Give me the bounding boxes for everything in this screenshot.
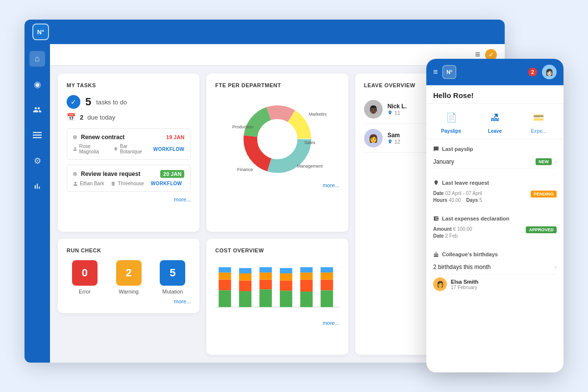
- calendar-icon: 📅: [67, 113, 76, 122]
- sidebar-item-settings[interactable]: ⚙: [29, 153, 45, 169]
- fte-donut-chart: Marketing Sales Management Finance Produ…: [228, 95, 326, 176]
- mobile-hamburger-icon[interactable]: ≡: [433, 68, 438, 76]
- sidebar-item-people[interactable]: [29, 102, 45, 118]
- cost-more-link[interactable]: more...: [215, 320, 339, 326]
- chevron-right-icon: ›: [555, 264, 557, 270]
- mobile-user-avatar[interactable]: 👩🏻: [542, 65, 557, 79]
- payslips-label: Payslips: [441, 128, 461, 134]
- leave-label: Leave: [488, 128, 502, 134]
- svg-rect-18: [239, 280, 251, 291]
- tasks-more-link[interactable]: more...: [67, 196, 191, 202]
- birthdays-count: 2 birthdays this month: [433, 264, 490, 270]
- svg-rect-28: [280, 268, 292, 273]
- mobile-quick-leave[interactable]: 🏖 Leave: [473, 109, 516, 134]
- check-circle-icon: ✓: [67, 95, 80, 109]
- payslip-month: January: [433, 158, 454, 165]
- fte-label-marketing: Marketing: [309, 112, 326, 117]
- svg-rect-0: [33, 132, 42, 133]
- mobile-payslip-item[interactable]: January NEW ›: [433, 155, 557, 169]
- svg-rect-32: [300, 267, 313, 272]
- svg-rect-21: [260, 289, 272, 307]
- svg-rect-16: [219, 267, 231, 272]
- due-today: 📅 2 due today: [67, 113, 191, 122]
- svg-rect-19: [239, 273, 251, 280]
- due-count: 2: [80, 114, 83, 121]
- mobile-app: ≡ N° 2 👩🏻 Hello Rose! 📄 Payslips 🏖 Leave…: [426, 59, 564, 372]
- birthday-date: 17 February: [451, 285, 478, 290]
- task-dot: [73, 172, 77, 176]
- workflow-badge: WORKFLOW: [153, 147, 185, 152]
- pending-badge: PENDING: [531, 191, 557, 197]
- fte-label-finance: Finance: [237, 167, 253, 172]
- run-check-mutation: 5 Mutation: [160, 260, 185, 294]
- run-check-more-link[interactable]: more...: [67, 298, 191, 304]
- my-tasks-title: MY TASKS: [67, 82, 191, 88]
- task-date: 20 JAN: [160, 170, 184, 178]
- title-bar: N°: [24, 20, 505, 44]
- task-company: Threehouse: [111, 181, 144, 186]
- fte-label-sales: Sales: [304, 140, 316, 145]
- birthday-avatar: 👩: [433, 277, 447, 291]
- task-person: Ethan Bark: [73, 181, 104, 186]
- fte-label-production: Production: [232, 124, 253, 129]
- fte-title: FTE PER DEPARTMENT: [215, 82, 339, 88]
- my-tasks-card: MY TASKS ✓ 5 tasks to do 📅 2 due today: [58, 74, 199, 232]
- leave-date-value: 03 April - 07 April: [445, 191, 482, 196]
- cost-bar-chart: [215, 260, 339, 314]
- leave-days-value: 5: [479, 197, 482, 203]
- svg-rect-36: [321, 267, 333, 272]
- mobile-birthdays-title: Colleague's birthdays: [433, 248, 557, 260]
- mutation-badge: 5: [160, 260, 185, 286]
- birthday-person-item: 👩 Elsa Smith 17 February: [433, 274, 557, 294]
- sidebar-item-list[interactable]: [29, 127, 45, 143]
- svg-rect-20: [239, 268, 251, 273]
- sidebar: ⌂ ◉ ⚙: [24, 44, 50, 363]
- leave-avatar-2: 👩: [364, 129, 383, 147]
- svg-rect-14: [219, 279, 231, 290]
- task-item[interactable]: Review leave request 20 JAN Ethan Bark: [67, 165, 191, 192]
- cost-title: COST OVERVIEW: [215, 247, 339, 253]
- svg-rect-13: [219, 290, 231, 307]
- mobile-birthdays-count-item[interactable]: 2 birthdays this month ›: [433, 260, 557, 274]
- mobile-expenses-title: Last expenses declaration: [433, 213, 557, 224]
- svg-rect-27: [280, 273, 292, 280]
- mobile-header: ≡ N° 2 👩🏻: [426, 59, 564, 85]
- sidebar-item-home[interactable]: ⌂: [29, 51, 45, 67]
- cost-card: COST OVERVIEW: [206, 239, 348, 355]
- mobile-payslip-title: Last payslip: [433, 143, 557, 155]
- run-check-error: 0 Error: [72, 260, 98, 294]
- run-check-items: 0 Error 2 Warning 5 Mutation: [67, 260, 191, 294]
- birthday-name: Elsa Smith: [451, 279, 478, 285]
- task-person: Rose Magnolia: [73, 144, 107, 154]
- expenses-date-value: 2 Feb: [445, 233, 458, 239]
- hamburger-icon[interactable]: ≡: [475, 49, 480, 60]
- run-check-card: RUN CHECK 0 Error 2 Warning 5: [58, 239, 199, 313]
- fte-more-link[interactable]: more...: [215, 182, 339, 188]
- payslips-icon: 📄: [442, 109, 460, 126]
- task-dot: [73, 135, 77, 139]
- svg-rect-22: [260, 279, 272, 289]
- due-label: due today: [87, 114, 115, 121]
- mobile-quick-actions: 📄 Payslips 🏖 Leave 💳 Expe...: [426, 104, 564, 139]
- sidebar-item-compass[interactable]: ◉: [29, 76, 45, 92]
- svg-rect-25: [280, 291, 292, 307]
- svg-rect-17: [239, 291, 251, 307]
- leave-icon: 🏖: [486, 109, 504, 126]
- svg-rect-1: [33, 135, 42, 136]
- task-name: Review leave request: [81, 171, 160, 177]
- mobile-quick-expenses[interactable]: 💳 Expe...: [517, 109, 561, 134]
- sidebar-item-chart[interactable]: [29, 178, 45, 194]
- svg-point-8: [258, 120, 297, 159]
- expenses-amount-value: € 100,00: [453, 226, 472, 232]
- task-date: 19 JAN: [166, 134, 184, 140]
- tasks-count: 5: [85, 96, 91, 108]
- expenses-icon: 💳: [530, 109, 547, 126]
- mobile-notification-badge[interactable]: 2: [528, 68, 537, 76]
- new-badge: NEW: [536, 158, 552, 165]
- mobile-scroll-area[interactable]: Hello Rose! 📄 Payslips 🏖 Leave 💳 Expe...: [426, 85, 564, 372]
- task-item[interactable]: Renew contract 19 JAN Rose Magnolia: [67, 128, 191, 160]
- mobile-leave-section: Last leave request Date 03 April - 07 Ap…: [426, 173, 564, 209]
- workflow-badge: WORKFLOW: [151, 181, 182, 186]
- error-label: Error: [79, 289, 91, 294]
- mobile-quick-payslips[interactable]: 📄 Payslips: [429, 109, 473, 134]
